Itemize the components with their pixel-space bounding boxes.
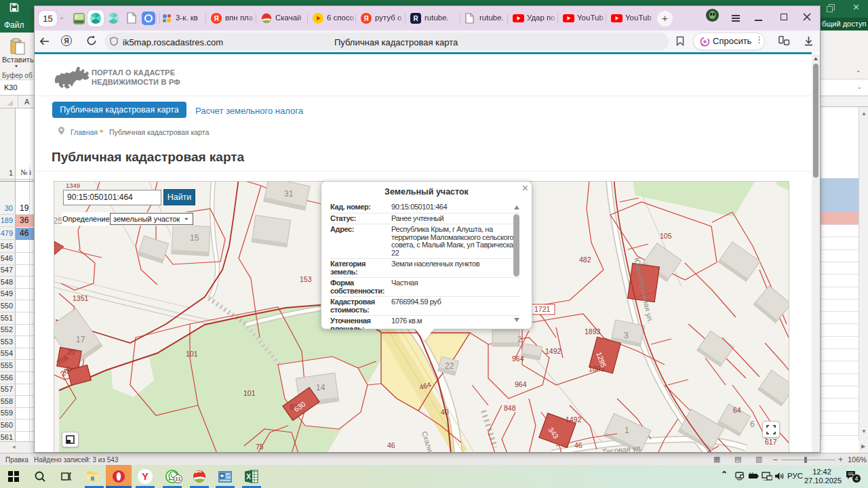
svg-text:Я: Я <box>214 15 218 22</box>
svg-text:75: 75 <box>256 443 264 451</box>
svg-text:2: 2 <box>517 335 522 344</box>
svg-text:482: 482 <box>579 256 591 264</box>
svg-text:6: 6 <box>750 420 755 429</box>
svg-text:17: 17 <box>76 335 85 344</box>
svg-text:1492: 1492 <box>566 415 582 424</box>
svg-text:22: 22 <box>445 361 454 371</box>
svg-text:1721: 1721 <box>534 305 551 313</box>
svg-text:1349: 1349 <box>66 182 80 189</box>
svg-text:964: 964 <box>515 380 527 388</box>
svg-text:1893: 1893 <box>585 327 601 336</box>
svg-text:617: 617 <box>765 438 777 446</box>
svg-text:1492: 1492 <box>545 347 561 355</box>
svg-text:15: 15 <box>190 233 199 243</box>
svg-text:153: 153 <box>300 275 312 283</box>
svg-text:R: R <box>413 15 418 22</box>
svg-text:31: 31 <box>284 189 294 199</box>
svg-text:848: 848 <box>504 404 516 412</box>
svg-text:40: 40 <box>441 408 449 416</box>
svg-text:Я: Я <box>363 15 368 22</box>
svg-text:101: 101 <box>186 350 198 358</box>
svg-text:3: 3 <box>624 331 629 340</box>
svg-text:20: 20 <box>67 348 75 356</box>
svg-text:64: 64 <box>733 406 741 414</box>
svg-text:105: 105 <box>660 232 672 240</box>
svg-text:101: 101 <box>243 389 256 397</box>
svg-text:14: 14 <box>316 383 326 392</box>
svg-text:46: 46 <box>387 441 395 449</box>
svg-text:X: X <box>246 473 251 481</box>
svg-text:964: 964 <box>512 354 524 363</box>
svg-text:1: 1 <box>625 426 629 435</box>
svg-text:1351: 1351 <box>73 294 89 302</box>
svg-text:46: 46 <box>574 441 583 449</box>
